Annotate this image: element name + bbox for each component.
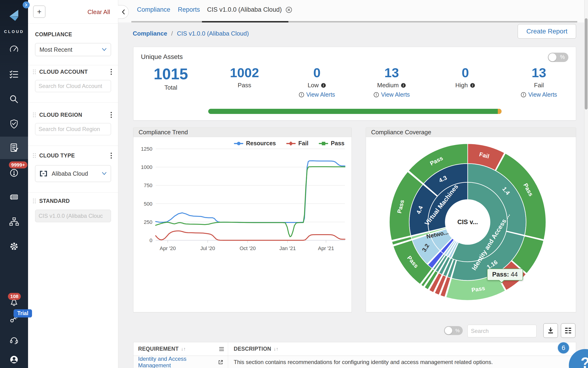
drag-handle-icon[interactable] (33, 153, 36, 158)
view-alerts-link[interactable]: View Alerts (509, 91, 569, 98)
stat-medium: 13 Medium i View Alerts (361, 66, 422, 98)
tab-cis-v100-alibaba[interactable]: CIS v1.0.0 (Alibaba Cloud) (207, 6, 292, 13)
sidebar-item-settings[interactable] (0, 241, 28, 252)
legend-pass[interactable]: Pass (319, 140, 344, 147)
stat-pass: 1002 Pass (214, 66, 275, 89)
compliance-select-value: Most Recent (39, 46, 72, 53)
add-filter-button[interactable]: + (33, 6, 45, 18)
sidebar-item-investigate[interactable] (0, 69, 28, 80)
breadcrumb-standard[interactable]: CIS v1.0.0 (Alibaba Cloud) (177, 30, 249, 37)
info-icon[interactable]: i (470, 83, 475, 88)
sidebar-item-dashboard[interactable] (0, 44, 28, 55)
breadcrumb-compliance[interactable]: Compliance (133, 30, 167, 37)
table-percent-toggle[interactable]: % (444, 326, 463, 335)
sidebar-item-alerts[interactable] (0, 167, 28, 178)
svg-text:Oct '20: Oct '20 (239, 245, 256, 251)
column-menu-icon[interactable] (219, 347, 224, 351)
create-report-button[interactable]: Create Report (518, 24, 576, 39)
fail-progress-segment (498, 109, 501, 114)
svg-text:0: 0 (149, 238, 152, 243)
dashboard-gauge-icon (9, 44, 19, 55)
kebab-menu-icon[interactable] (111, 112, 112, 118)
cloud-region-search-input[interactable] (39, 126, 111, 132)
requirement-link[interactable]: Identity and Access Management (138, 356, 223, 368)
table-header-row: REQUIREMENT ↓↑ DESCRIPTION ↓↑ (133, 342, 576, 356)
filter-section-label-standard: STANDARD (39, 198, 70, 204)
svg-text:Jan '21: Jan '21 (279, 245, 296, 251)
download-button[interactable] (543, 323, 558, 338)
drag-handle-icon[interactable] (33, 69, 36, 74)
tab-compliance[interactable]: Compliance (137, 6, 170, 13)
kebab-menu-icon[interactable] (111, 69, 112, 75)
standard-search-input[interactable] (39, 213, 111, 219)
sunburst-tooltip: Pass: 44 (487, 268, 523, 281)
coverage-sunburst-chart[interactable]: CIS v...Identity and Access ...Netwo...V… (366, 137, 576, 312)
sidebar-item-search[interactable] (0, 94, 28, 105)
stat-fail: 13 Fail View Alerts (509, 66, 569, 98)
percent-symbol: % (455, 328, 460, 333)
brand-logo-text: CLOUD (0, 29, 28, 34)
toggle-knob (549, 53, 556, 61)
column-header-requirement[interactable]: REQUIREMENT ↓↑ (133, 342, 228, 356)
standard-search[interactable] (35, 210, 111, 222)
table-search-input[interactable] (471, 328, 543, 334)
percent-toggle[interactable]: % (548, 53, 568, 62)
svg-text:Jul '20: Jul '20 (200, 245, 215, 251)
stat-total: 1015 Total (140, 66, 201, 91)
cloud-type-select[interactable]: Alibaba Cloud (35, 165, 111, 182)
brand-logo-icon[interactable] (0, 9, 28, 22)
legend-resources[interactable]: Resources (234, 140, 276, 147)
column-settings-button[interactable] (561, 323, 575, 338)
cloud-region-search[interactable] (35, 123, 111, 135)
alert-circle-icon (521, 92, 526, 98)
legend-fail[interactable]: Fail (286, 140, 308, 147)
sidebar-item-containers[interactable] (0, 192, 28, 202)
stat-high: 0 High i (435, 66, 496, 89)
table-search[interactable] (467, 325, 536, 337)
sidebar-item-policies[interactable] (0, 119, 28, 129)
requirement-description: This section contains recommendations fo… (228, 356, 576, 368)
alert-circle-icon (9, 167, 19, 178)
clear-all-button[interactable]: Clear All (88, 9, 110, 16)
svg-text:500: 500 (144, 201, 152, 207)
breadcrumb: Compliance / CIS v1.0.0 (Alibaba Cloud) (133, 30, 249, 37)
view-alerts-link[interactable]: View Alerts (361, 91, 422, 98)
sidebar-expand-chevron-icon[interactable] (23, 1, 30, 9)
checklist-icon (9, 69, 19, 80)
sidebar-item-support[interactable] (0, 335, 28, 345)
search-icon (9, 94, 19, 105)
kebab-menu-icon[interactable] (111, 153, 112, 159)
column-header-description[interactable]: DESCRIPTION ↓↑ (228, 342, 576, 356)
info-icon[interactable]: i (321, 83, 326, 88)
cloud-account-search-input[interactable] (39, 83, 111, 89)
drag-handle-icon[interactable] (33, 198, 36, 203)
compliance-select[interactable]: Most Recent (35, 43, 111, 56)
view-alerts-link[interactable]: View Alerts (287, 91, 347, 98)
cloud-account-search[interactable] (35, 80, 111, 92)
unique-assets-card: Unique Assets % 1015 Total 1002 Pass 0 L… (133, 47, 576, 120)
trend-line-chart: 025050075010001250Apr '20Jul '20Oct '20J… (133, 137, 351, 312)
close-tab-icon[interactable] (286, 7, 292, 13)
tab-underline-active (202, 21, 288, 22)
chevron-left-icon (122, 9, 125, 15)
network-topology-icon (9, 216, 19, 227)
svg-text:Apr '20: Apr '20 (160, 245, 176, 251)
svg-text:CIS v...: CIS v... (457, 219, 478, 226)
toggle-knob (445, 327, 452, 334)
compliance-trend-card: Compliance Trend Resources Fail Pass 025… (133, 128, 352, 312)
app-root: CLOUD 9999+ 108 (0, 0, 588, 368)
coverage-card-title: Compliance Coverage (366, 128, 576, 137)
sort-icon[interactable]: ↓↑ (181, 346, 186, 352)
sidebar-item-account[interactable] (0, 354, 28, 365)
info-icon[interactable]: i (401, 83, 406, 88)
table-row[interactable]: Identity and Access Management This sect… (133, 356, 576, 368)
scrollbar-thumb[interactable] (585, 18, 588, 110)
sort-icon[interactable]: ↓↑ (273, 346, 278, 352)
trend-legend: Resources Fail Pass (234, 140, 344, 147)
sidebar-item-compliance[interactable] (0, 142, 28, 153)
external-link-icon (218, 359, 223, 365)
drag-handle-icon[interactable] (33, 112, 36, 118)
tab-reports[interactable]: Reports (178, 6, 200, 13)
sidebar-item-network[interactable] (0, 216, 28, 227)
cloud-type-brackets-icon (39, 171, 47, 177)
